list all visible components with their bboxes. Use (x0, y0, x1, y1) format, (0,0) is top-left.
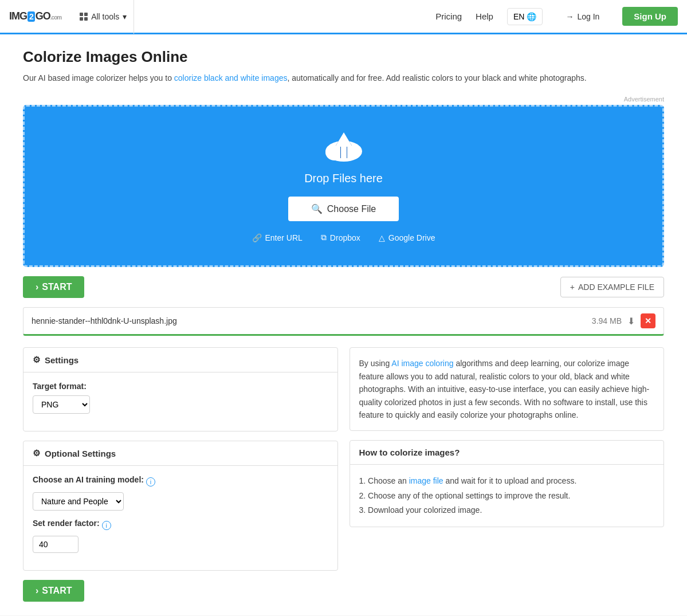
ai-model-label-row: Choose an AI training model: i (33, 475, 328, 489)
logo-box-2: 2 (28, 11, 35, 22)
add-example-button[interactable]: + ADD EXAMPLE FILE (560, 277, 664, 297)
google-drive-link[interactable]: △ Google Drive (379, 233, 435, 242)
header: IMG2GO.com All tools ▾ Pricing Help EN 🌐… (0, 0, 687, 34)
ai-model-field: Choose an AI training model: i Nature an… (33, 475, 328, 511)
choose-file-button[interactable]: 🔍 Choose File (288, 197, 399, 221)
signup-button[interactable]: Sign Up (622, 7, 678, 26)
how-to-body: 1. Choose an image file and wait for it … (350, 465, 664, 527)
settings-body: Target format: PNG JPG WEBP BMP (23, 372, 337, 431)
target-format-select[interactable]: PNG JPG WEBP BMP (33, 395, 90, 414)
advertisement-label: Advertisement (23, 96, 664, 103)
file-info-bar: hennie-stander--hthl0dnk-U-unsplash.jpg … (23, 307, 664, 336)
how-to-step-3: 3. Download your colorized image. (359, 503, 655, 517)
image-file-link[interactable]: image file (409, 476, 443, 485)
all-tools-button[interactable]: All tools ▾ (73, 0, 134, 34)
header-nav: Pricing Help EN 🌐 → Log In Sign Up (435, 7, 678, 26)
start-label: START (42, 282, 72, 292)
search-icon: 🔍 (311, 203, 323, 214)
help-link[interactable]: Help (476, 11, 493, 21)
start-button[interactable]: › START (23, 276, 84, 298)
ai-model-select[interactable]: Nature and People Stable Artistic Portra… (33, 492, 124, 511)
language-button[interactable]: EN 🌐 (507, 8, 543, 25)
two-column-layout: ⚙ Settings Target format: PNG JPG WEBP B… (23, 347, 664, 602)
drop-files-text: Drop Files here (36, 172, 651, 185)
render-factor-field: Set render factor: i 40 (33, 519, 328, 553)
file-size: 3.94 MB (592, 316, 622, 325)
all-tools-label: All tools (91, 12, 119, 21)
chevron-right-icon: › (36, 282, 38, 292)
gear-icon-optional: ⚙ (33, 448, 40, 458)
start-label-bottom: START (42, 586, 72, 596)
info-text: By using AI image coloring algorithms an… (359, 357, 655, 421)
start-button-bottom[interactable]: › START (23, 580, 84, 602)
action-bar: › START + ADD EXAMPLE FILE (23, 276, 664, 298)
target-format-field: Target format: PNG JPG WEBP BMP (33, 382, 328, 414)
add-example-label: ADD EXAMPLE FILE (578, 283, 654, 292)
pricing-link[interactable]: Pricing (435, 11, 462, 21)
page-description: Our AI based image colorizer helps you t… (23, 72, 664, 84)
how-to-header: How to colorize images? (350, 441, 664, 465)
optional-settings-panel: ⚙ Optional Settings Choose an AI trainin… (23, 441, 338, 571)
how-to-panel: How to colorize images? 1. Choose an ima… (350, 440, 665, 527)
source-options: 🔗 Enter URL ⧉ Dropbox △ Google Drive (36, 233, 651, 242)
drop-zone[interactable]: Drop Files here 🔍 Choose File 🔗 Enter UR… (23, 105, 664, 267)
login-button[interactable]: → Log In (556, 7, 609, 26)
ai-model-info-icon[interactable]: i (146, 477, 155, 486)
choose-file-label: Choose File (327, 204, 376, 214)
logo-text-go: GO (36, 10, 50, 22)
link-icon: 🔗 (252, 233, 262, 242)
download-icon[interactable]: ⬇ (627, 316, 635, 327)
render-factor-label: Set render factor: (33, 519, 100, 528)
dropbox-link[interactable]: ⧉ Dropbox (321, 233, 360, 242)
lang-label: EN (513, 12, 524, 21)
optional-settings-header: ⚙ Optional Settings (23, 441, 337, 466)
settings-header: ⚙ Settings (23, 348, 337, 372)
login-label: Log In (577, 12, 599, 21)
ai-link[interactable]: AI image coloring (391, 359, 453, 368)
chevron-right-icon-bottom: › (36, 586, 38, 596)
enter-url-link[interactable]: 🔗 Enter URL (252, 233, 303, 242)
dropbox-icon: ⧉ (321, 233, 327, 242)
svg-point-2 (345, 146, 361, 159)
left-column: ⚙ Settings Target format: PNG JPG WEBP B… (23, 347, 338, 602)
chevron-down-icon: ▾ (123, 12, 127, 21)
logo[interactable]: IMG2GO.com (9, 10, 61, 22)
render-factor-info-icon[interactable]: i (102, 521, 111, 530)
globe-icon: 🌐 (527, 12, 536, 21)
target-format-label: Target format: (33, 382, 328, 391)
cloud-upload-icon (321, 130, 367, 164)
main-content: Colorize Images Online Our AI based imag… (0, 34, 687, 615)
logo-text-img: IMG (9, 10, 27, 22)
plus-icon: + (570, 283, 575, 292)
colorize-link[interactable]: colorize black and white images (174, 73, 288, 83)
render-factor-input[interactable]: 40 (33, 536, 78, 553)
settings-panel: ⚙ Settings Target format: PNG JPG WEBP B… (23, 347, 338, 431)
file-remove-button[interactable]: ✕ (641, 313, 655, 328)
info-panel: By using AI image coloring algorithms an… (350, 347, 665, 431)
page-title: Colorize Images Online (23, 48, 664, 66)
how-to-step-1: 1. Choose an image file and wait for it … (359, 474, 655, 488)
right-column: By using AI image coloring algorithms an… (350, 347, 665, 527)
file-name: hennie-stander--hthl0dnk-U-unsplash.jpg (32, 316, 592, 325)
grid-icon (80, 13, 88, 21)
render-factor-label-row: Set render factor: i (33, 519, 328, 532)
settings-title: Settings (45, 355, 78, 365)
logo-com: .com (50, 14, 61, 21)
ai-model-label: Choose an AI training model: (33, 475, 144, 484)
login-arrow-icon: → (566, 12, 574, 21)
optional-settings-title: Optional Settings (45, 449, 116, 458)
optional-settings-body: Choose an AI training model: i Nature an… (23, 466, 337, 570)
google-drive-icon: △ (379, 233, 385, 242)
how-to-step-2: 2. Choose any of the optional settings t… (359, 489, 655, 503)
gear-icon: ⚙ (33, 355, 40, 365)
